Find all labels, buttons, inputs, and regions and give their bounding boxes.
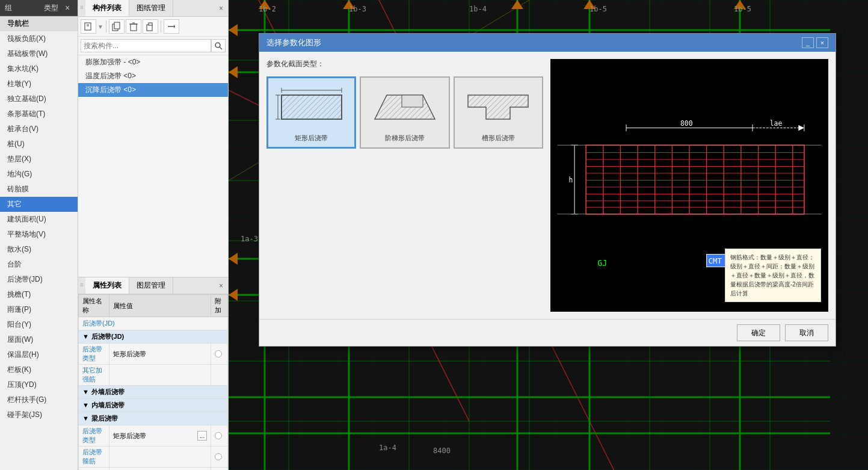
prop-radio-btn[interactable] <box>215 432 222 439</box>
props-group-header[interactable]: ▼后浇带(JD) <box>79 330 228 344</box>
props-row: 其它加强筋 <box>79 365 228 386</box>
cancel-btn[interactable]: 取消 <box>785 324 828 341</box>
sidebar-item-jiban[interactable]: 筏板负筋(X) <box>0 31 78 46</box>
sidebar-item-zhujiao[interactable]: 柱墩(Y) <box>0 76 78 91</box>
sidebar-item-langanfu[interactable]: 栏杆扶手(G) <box>0 392 78 407</box>
sidebar-header: 组 类型 × <box>0 0 78 16</box>
tab-props-list[interactable]: 属性列表 <box>85 277 129 294</box>
new-comp-arrow[interactable]: ▼ <box>97 23 103 30</box>
props-row: 后浇带侧面筋 <box>79 468 228 471</box>
properties-panel: ⠿ 属性列表 图层管理 × 属性名称 属性值 附加 后浇带(JD) ▼后浇带(J… <box>78 277 228 470</box>
sidebar-type-label: 类型 <box>44 3 58 13</box>
prop-value-input[interactable] <box>113 371 207 379</box>
sidebar-close-btn[interactable]: × <box>62 2 73 13</box>
prop-radio-btn[interactable] <box>215 350 222 357</box>
col-header-add: 附加 <box>211 295 228 317</box>
sidebar-item-yading[interactable]: 压顶(YD) <box>0 377 78 392</box>
props-group-header[interactable]: ▼内墙后浇带 <box>79 399 228 412</box>
sidebar-item-tiaoxi[interactable]: 条形基础(T) <box>0 107 78 122</box>
comp-list-item[interactable]: 沉降后浇带 <0> <box>78 83 228 97</box>
svg-rect-5 <box>131 24 137 31</box>
props-group-header[interactable]: ▼外墙后浇带 <box>79 386 228 399</box>
search-button[interactable] <box>211 39 226 52</box>
svg-rect-65 <box>402 95 423 107</box>
cad-view: 1b-2 1b-3 1b-4 1b-5 1b-5 1a-3 1a-4 8400 … <box>229 0 868 470</box>
prop-value-input[interactable] <box>113 432 196 439</box>
modal-minimize-btn[interactable]: _ <box>802 37 814 48</box>
sidebar-nav-item[interactable]: 导航栏 <box>0 16 78 31</box>
comp-list-item[interactable]: 膨胀加强带 - <0> <box>78 55 228 69</box>
sidebar-item-wumian[interactable]: 屋面(W) <box>0 332 78 347</box>
sidebar-item-zhuan[interactable]: 砖胎膜 <box>0 182 78 197</box>
rebar-tooltip: 钢筋格式：数量＋级别＋直径；级别＋直径＋间距；数量＋级别＋直径＋数量＋级别＋直径… <box>725 249 821 302</box>
sidebar-item-tiaochuang[interactable]: 挑檐(T) <box>0 287 78 302</box>
sidebar-item-chengtai[interactable]: 桩承台(V) <box>0 122 78 137</box>
comp-list-item[interactable]: 温度后浇带 <0> <box>78 69 228 83</box>
props-row: 后浇带类型... <box>79 425 228 447</box>
sidebar-item-pingzheng[interactable]: 平整场地(V) <box>0 227 78 242</box>
svg-rect-55 <box>282 95 342 119</box>
shape-label-rect: 矩形后浇带 <box>295 134 328 143</box>
sidebar-item-taijie[interactable]: 台阶 <box>0 257 78 272</box>
shape-card-groove[interactable]: 槽形后浇带 <box>454 76 543 149</box>
svg-rect-9 <box>149 23 152 25</box>
prop-value[interactable]: ... <box>109 425 211 447</box>
props-panel-tabs: ⠿ 属性列表 图层管理 × <box>78 277 228 294</box>
more-btn[interactable] <box>164 19 179 34</box>
sidebar-item-yangtai[interactable]: 阳台(Y) <box>0 317 78 332</box>
tab-component-list[interactable]: 构件列表 <box>85 0 129 16</box>
prop-ellipsis-btn[interactable]: ... <box>197 431 207 441</box>
new-comp-btn[interactable] <box>81 19 96 34</box>
delete-comp-btn[interactable] <box>126 19 141 34</box>
props-drag-handle: ⠿ <box>78 283 85 288</box>
sidebar-item-jichu[interactable]: 基础板带(W) <box>0 46 78 61</box>
prop-add <box>211 468 228 471</box>
prop-value-input[interactable] <box>113 453 207 460</box>
sidebar-item-yupeng[interactable]: 雨蓬(P) <box>0 302 78 317</box>
shape-card-trapezoid[interactable]: 阶梯形后浇带 <box>360 76 449 149</box>
tab-drawing-mgmt[interactable]: 图纸管理 <box>129 0 173 16</box>
paste-comp-btn[interactable] <box>143 19 158 34</box>
sidebar-item-sanshui[interactable]: 散水(S) <box>0 242 78 257</box>
svg-text:h: h <box>569 176 573 184</box>
props-row: 后浇带类型 <box>79 344 228 365</box>
rect-preview <box>273 83 349 131</box>
sidebar-item-zhuang[interactable]: 桩(U) <box>0 137 78 152</box>
props-group-header[interactable]: ▼梁后浇带 <box>79 412 228 425</box>
prop-value[interactable] <box>109 468 211 471</box>
sidebar-item-qita[interactable]: 其它 <box>0 197 78 212</box>
close-comp-panel-icon[interactable]: × <box>214 1 228 16</box>
sidebar-item-duli[interactable]: 独立基础(D) <box>0 91 78 107</box>
prop-value[interactable] <box>109 365 211 386</box>
prop-value[interactable] <box>109 447 211 468</box>
modal-close-btn[interactable]: × <box>816 37 828 48</box>
confirm-btn[interactable]: 确定 <box>737 324 780 341</box>
sidebar-item-dieceng[interactable]: 垫层(X) <box>0 152 78 167</box>
sidebar-item-baoweng[interactable]: 保温层(H) <box>0 347 78 362</box>
svg-text:800: 800 <box>680 119 693 128</box>
modal-cad-preview: 单位：mm <box>550 59 828 312</box>
group-collapse-icon: ▼ <box>82 388 89 395</box>
close-props-panel-icon[interactable]: × <box>214 279 228 293</box>
sidebar-item-digou[interactable]: 地沟(G) <box>0 167 78 182</box>
shape-card-rect[interactable]: 矩形后浇带 <box>266 76 356 149</box>
copy-comp-btn[interactable] <box>109 19 125 34</box>
sidebar-item-jishui[interactable]: 集水坑(K) <box>0 61 78 76</box>
sidebar: 组 类型 × 导航栏 筏板负筋(X)基础板带(W)集水坑(K)柱墩(Y)独立基础… <box>0 0 78 470</box>
sidebar-item-bingshou[interactable]: 碰手架(JS) <box>0 407 78 422</box>
modal-footer: 确定 取消 <box>259 319 836 346</box>
props-link-houlvdai[interactable]: 后浇带(JD) <box>79 317 228 330</box>
prop-value-input[interactable] <box>113 350 207 357</box>
tab-layer-mgmt[interactable]: 图层管理 <box>129 277 173 294</box>
svg-text:lae: lae <box>770 119 783 128</box>
sidebar-item-jianzhu[interactable]: 建筑面积(U) <box>0 212 78 227</box>
search-input[interactable] <box>81 39 211 52</box>
prop-name: 其它加强筋 <box>79 365 109 386</box>
sidebar-item-lanban[interactable]: 栏板(K) <box>0 362 78 377</box>
shape-label-trapezoid: 阶梯形后浇带 <box>385 134 425 143</box>
prop-value[interactable] <box>109 344 211 365</box>
prop-add <box>211 365 228 386</box>
sidebar-item-houlvdai[interactable]: 后浇带(JD) <box>0 272 78 287</box>
sidebar-group-label: 组 <box>5 3 12 13</box>
prop-radio-btn[interactable] <box>215 453 222 460</box>
